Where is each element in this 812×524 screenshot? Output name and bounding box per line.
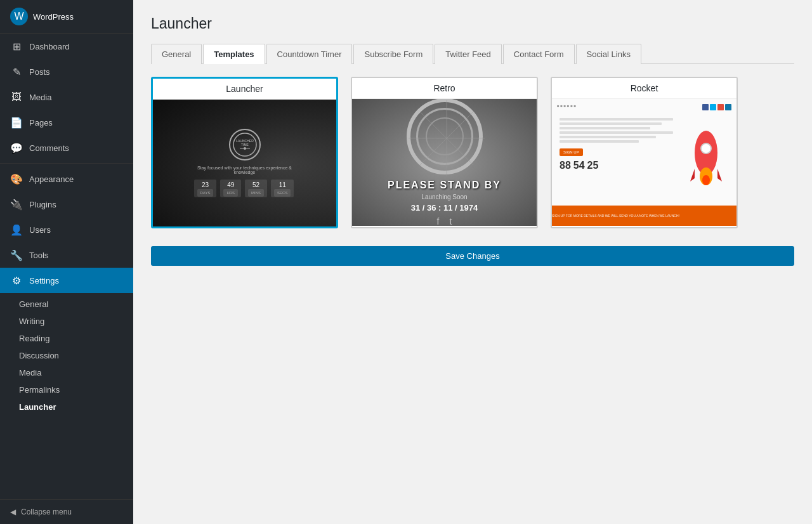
retro-date-text: 31 / 36 : 11 / 1974 bbox=[388, 203, 501, 213]
comments-icon: 💬 bbox=[10, 141, 23, 154]
template-card-retro[interactable]: Retro bbox=[351, 77, 538, 228]
templates-grid: Launcher LAUNCHER TIME bbox=[151, 77, 794, 228]
tabs-bar: General Templates Countdown Timer Subscr… bbox=[151, 44, 794, 64]
sidebar-sub-launcher[interactable]: Launcher bbox=[0, 398, 133, 416]
users-icon: 👤 bbox=[10, 223, 23, 236]
main-content: Launcher General Templates Countdown Tim… bbox=[133, 0, 812, 524]
wp-icon: W bbox=[10, 8, 28, 25]
sidebar-sub-discussion[interactable]: Discussion bbox=[0, 347, 133, 364]
sidebar-item-comments[interactable]: 💬 Comments bbox=[0, 135, 133, 160]
svg-text:TIME: TIME bbox=[241, 143, 249, 147]
template-retro-preview: PLEASE STAND BY Launching Soon 31 / 36 :… bbox=[352, 99, 537, 226]
sidebar-item-label: Appearance bbox=[29, 174, 74, 184]
collapse-menu-button[interactable]: ◀ Collapse menu bbox=[0, 499, 133, 524]
sidebar-item-media[interactable]: 🖼 Media bbox=[0, 84, 133, 110]
sidebar-divider-1 bbox=[0, 163, 133, 164]
collapse-menu-label: Collapse menu bbox=[21, 508, 72, 516]
tab-subscribe[interactable]: Subscribe Form bbox=[353, 44, 433, 64]
template-retro-title: Retro bbox=[352, 78, 537, 99]
media-icon: 🖼 bbox=[10, 91, 23, 103]
sidebar-sub-media[interactable]: Media bbox=[0, 364, 133, 381]
template-launcher-preview: LAUNCHER TIME Stay focused with your tec… bbox=[153, 100, 336, 226]
tab-general[interactable]: General bbox=[151, 44, 202, 64]
sidebar-logo-text: WordPress bbox=[33, 12, 74, 22]
svg-point-10 bbox=[701, 143, 711, 154]
pages-icon: 📄 bbox=[10, 116, 23, 129]
appearance-icon: 🎨 bbox=[10, 173, 23, 185]
svg-point-4 bbox=[244, 147, 246, 150]
svg-marker-12 bbox=[717, 169, 722, 181]
sidebar-item-users[interactable]: 👤 Users bbox=[0, 217, 133, 242]
template-launcher-title: Launcher bbox=[153, 79, 336, 100]
sidebar-item-posts[interactable]: ✎ Posts bbox=[0, 59, 133, 84]
launcher-tagline: Stay focused with your techniques experi… bbox=[194, 166, 296, 174]
template-rocket-preview: ■ ■ ■ ■ ■ ■ bbox=[552, 99, 737, 226]
sidebar-item-label: Settings bbox=[29, 276, 59, 285]
save-changes-button[interactable]: Save Changes bbox=[151, 246, 794, 266]
posts-icon: ✎ bbox=[10, 65, 23, 78]
tab-twitter[interactable]: Twitter Feed bbox=[435, 44, 502, 64]
sidebar-sub-reading[interactable]: Reading bbox=[0, 330, 133, 347]
sidebar-item-plugins[interactable]: 🔌 Plugins bbox=[0, 192, 133, 217]
launcher-badge: LAUNCHER TIME bbox=[229, 129, 261, 160]
tab-social[interactable]: Social Links bbox=[576, 44, 641, 64]
sidebar-item-appearance[interactable]: 🎨 Appearance bbox=[0, 166, 133, 192]
dashboard-icon: ⊞ bbox=[10, 40, 23, 53]
rocket-header-bar: ■ ■ ■ ■ ■ ■ bbox=[557, 104, 731, 110]
tools-icon: 🔧 bbox=[10, 249, 23, 261]
template-rocket-title: Rocket bbox=[552, 78, 737, 99]
sidebar: W WordPress ⊞ Dashboard ✎ Posts 🖼 Media … bbox=[0, 0, 133, 524]
sidebar-sub-writing[interactable]: Writing bbox=[0, 313, 133, 330]
sidebar-item-pages[interactable]: 📄 Pages bbox=[0, 110, 133, 135]
retro-main-text: PLEASE STAND BY bbox=[388, 180, 501, 191]
sidebar-sub-general[interactable]: General bbox=[0, 296, 133, 313]
template-card-rocket[interactable]: Rocket ■ ■ ■ ■ ■ ■ bbox=[551, 77, 738, 228]
settings-submenu: General Writing Reading Discussion Media… bbox=[0, 293, 133, 418]
tab-countdown[interactable]: Countdown Timer bbox=[266, 44, 353, 64]
sidebar-item-label: Plugins bbox=[29, 200, 56, 209]
sidebar-item-label: Tools bbox=[29, 251, 48, 260]
sidebar-item-tools[interactable]: 🔧 Tools bbox=[0, 242, 133, 268]
sidebar-item-label: Media bbox=[29, 93, 51, 102]
sidebar-sub-permalinks[interactable]: Permalinks bbox=[0, 381, 133, 398]
svg-point-14 bbox=[702, 175, 710, 185]
sidebar-item-label: Pages bbox=[29, 118, 53, 128]
sidebar-item-dashboard[interactable]: ⊞ Dashboard bbox=[0, 34, 133, 59]
page-title: Launcher bbox=[151, 15, 794, 32]
retro-sub-text: Launching Soon bbox=[388, 193, 501, 200]
template-card-launcher[interactable]: Launcher LAUNCHER TIME bbox=[151, 77, 338, 228]
sidebar-item-label: Dashboard bbox=[29, 42, 70, 51]
collapse-arrow-icon: ◀ bbox=[10, 508, 16, 516]
tab-templates[interactable]: Templates bbox=[203, 44, 265, 64]
tab-contact[interactable]: Contact Form bbox=[503, 44, 575, 64]
sidebar-logo: W WordPress bbox=[0, 0, 133, 34]
settings-icon: ⚙ bbox=[10, 274, 23, 287]
sidebar-item-label: Posts bbox=[29, 67, 50, 77]
sidebar-item-label: Users bbox=[29, 225, 51, 235]
sidebar-item-label: Comments bbox=[29, 143, 69, 153]
launcher-countdown: 23DAYS 49HRS 52MINS 11SECS bbox=[194, 180, 296, 197]
svg-marker-11 bbox=[690, 169, 695, 181]
sidebar-item-settings[interactable]: ⚙ Settings bbox=[0, 268, 133, 293]
plugins-icon: 🔌 bbox=[10, 198, 23, 211]
